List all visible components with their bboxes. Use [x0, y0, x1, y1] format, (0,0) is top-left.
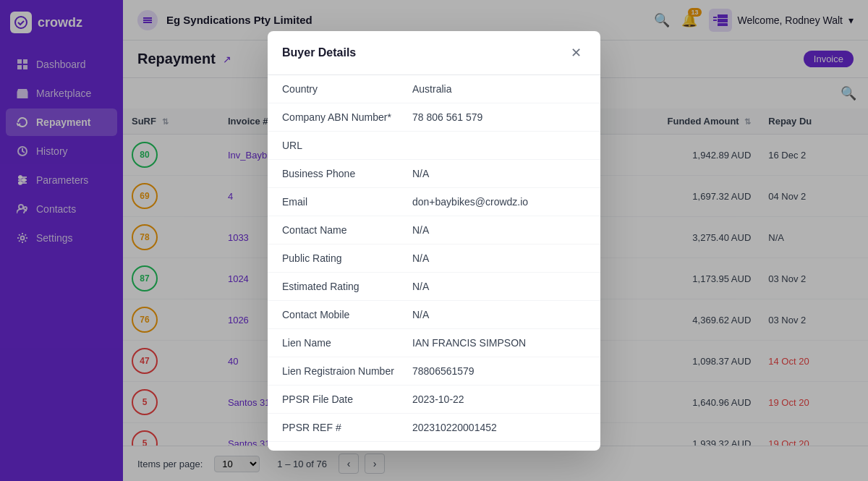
- modal-field-label: PPSR Filing Status: [282, 450, 412, 451]
- modal-field-row: Contact Mobile N/A: [268, 301, 600, 329]
- modal-field-row: Company ABN Number* 78 806 561 579: [268, 103, 600, 132]
- modal-field-row: Estimated Rating N/A: [268, 273, 600, 301]
- modal-field-value: N/A: [412, 281, 429, 292]
- modal-field-row: Business Phone N/A: [268, 160, 600, 188]
- modal-field-label: URL: [282, 140, 412, 151]
- modal-field-value: 2023-10-22: [412, 393, 464, 405]
- modal-field-row: PPSR Filing Status filed: [268, 442, 600, 451]
- modal-field-row: Lien Registraion Number 78806561579: [268, 357, 600, 386]
- modal-field-label: Lien Name: [282, 337, 412, 349]
- modal-field-value: filed: [412, 450, 431, 451]
- modal-field-label: PPSR REF #: [282, 422, 412, 433]
- modal-field-row: Email don+baybikes@crowdz.io: [268, 188, 600, 216]
- modal-field-row: PPSR File Date 2023-10-22: [268, 386, 600, 414]
- modal-field-label: Public Rating: [282, 252, 412, 264]
- modal-field-value: N/A: [412, 224, 429, 236]
- modal-field-label: Email: [282, 196, 412, 208]
- modal-field-row: Contact Name N/A: [268, 216, 600, 244]
- modal-body: Country Australia Company ABN Number* 78…: [268, 75, 600, 451]
- modal-field-label: Business Phone: [282, 168, 412, 179]
- modal-field-value: Australia: [412, 83, 451, 95]
- modal-field-value: IAN FRANCIS SIMPSON: [412, 337, 526, 349]
- buyer-details-modal: Buyer Details ✕ Country Australia Compan…: [268, 31, 600, 451]
- modal-field-row: URL: [268, 132, 600, 160]
- modal-field-label: Country: [282, 83, 412, 95]
- modal-field-value: don+baybikes@crowdz.io: [412, 196, 528, 208]
- modal-field-label: Contact Mobile: [282, 309, 412, 320]
- modal-field-label: Contact Name: [282, 224, 412, 236]
- modal-field-value: 78806561579: [412, 365, 475, 377]
- modal-field-label: Estimated Rating: [282, 281, 412, 292]
- modal-field-label: Company ABN Number*: [282, 111, 412, 123]
- modal-overlay[interactable]: Buyer Details ✕ Country Australia Compan…: [0, 0, 868, 481]
- modal-field-row: Public Rating N/A: [268, 244, 600, 273]
- modal-header: Buyer Details ✕: [268, 31, 600, 75]
- modal-field-value: N/A: [412, 309, 429, 320]
- modal-field-row: Country Australia: [268, 75, 600, 103]
- modal-field-value: 202310220001452: [412, 422, 497, 433]
- modal-field-value: N/A: [412, 168, 429, 179]
- modal-title: Buyer Details: [282, 46, 356, 59]
- modal-field-row: Lien Name IAN FRANCIS SIMPSON: [268, 329, 600, 357]
- modal-close-button[interactable]: ✕: [566, 43, 586, 63]
- modal-field-label: PPSR File Date: [282, 393, 412, 405]
- modal-field-value: 78 806 561 579: [412, 111, 482, 123]
- modal-field-value: N/A: [412, 252, 429, 264]
- modal-field-label: Lien Registraion Number: [282, 365, 412, 377]
- modal-field-row: PPSR REF # 202310220001452: [268, 414, 600, 442]
